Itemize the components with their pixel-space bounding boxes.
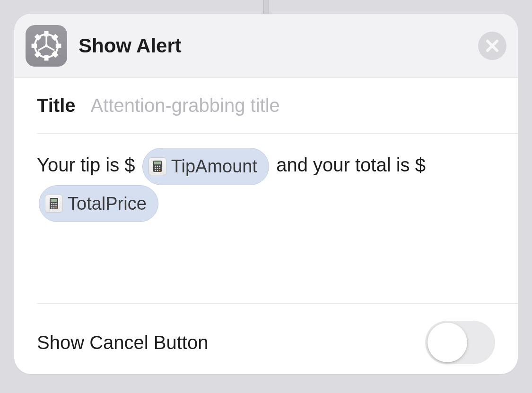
svg-point-19 — [159, 166, 160, 167]
svg-point-30 — [55, 203, 57, 205]
svg-point-21 — [157, 168, 158, 169]
show-alert-action-card: Show Alert Title Your tip is $ — [14, 14, 518, 374]
action-header: Show Alert — [14, 14, 518, 78]
svg-rect-4 — [57, 44, 61, 47]
workflow-connector — [263, 0, 269, 14]
title-field-row: Title — [37, 78, 518, 134]
title-input[interactable] — [91, 95, 495, 116]
close-icon — [486, 39, 499, 52]
settings-action-icon — [26, 25, 67, 67]
svg-rect-2 — [45, 56, 47, 60]
action-body: Title Your tip is $ — [14, 78, 518, 374]
close-button[interactable] — [478, 32, 506, 60]
svg-point-22 — [159, 168, 160, 169]
variable-token-tipamount[interactable]: TipAmount — [142, 148, 269, 185]
calculator-icon — [45, 195, 63, 213]
gear-icon — [31, 31, 61, 61]
show-cancel-label: Show Cancel Button — [37, 332, 208, 353]
message-field[interactable]: Your tip is $ — [37, 134, 518, 304]
svg-point-36 — [55, 207, 57, 209]
svg-point-29 — [53, 203, 55, 205]
svg-point-23 — [155, 170, 156, 171]
variable-name: TipAmount — [171, 150, 257, 182]
svg-point-17 — [155, 166, 156, 167]
message-text-part: Your tip is $ — [37, 154, 135, 175]
message-text-part: and your total is $ — [276, 154, 426, 175]
variable-token-totalprice[interactable]: TotalPrice — [39, 185, 158, 222]
svg-point-25 — [159, 170, 160, 171]
show-cancel-row: Show Cancel Button — [37, 304, 518, 374]
svg-point-32 — [53, 205, 55, 206]
svg-rect-16 — [154, 162, 161, 164]
svg-rect-27 — [51, 199, 57, 202]
variable-name: TotalPrice — [68, 188, 147, 220]
svg-point-12 — [45, 44, 48, 47]
svg-rect-1 — [45, 32, 47, 35]
svg-point-34 — [51, 207, 52, 209]
toggle-knob — [427, 323, 467, 362]
svg-point-18 — [157, 166, 158, 167]
svg-rect-3 — [33, 44, 36, 47]
svg-point-35 — [53, 207, 55, 209]
title-field-label: Title — [37, 95, 76, 116]
svg-point-24 — [157, 170, 158, 171]
svg-point-28 — [51, 203, 52, 205]
show-cancel-toggle[interactable] — [425, 321, 495, 364]
svg-point-33 — [55, 205, 57, 206]
calculator-icon — [148, 157, 166, 175]
svg-point-20 — [155, 168, 156, 169]
action-title: Show Alert — [78, 34, 467, 57]
svg-point-31 — [51, 205, 52, 206]
